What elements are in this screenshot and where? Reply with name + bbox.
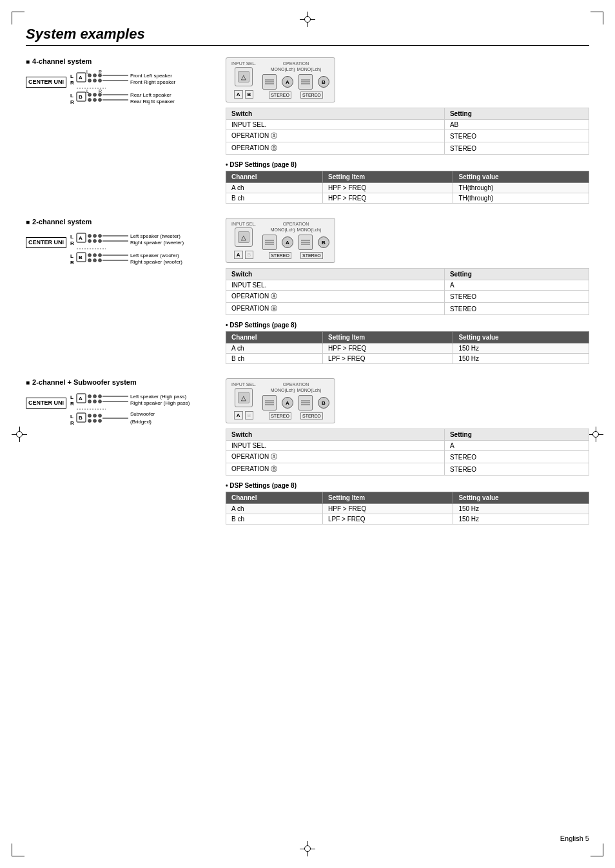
- table-cell: OPERATION Ⓑ: [226, 463, 445, 476]
- wiring-diagram-2ch: CENTER UNI L R A Left speaker (tweeter): [26, 231, 213, 295]
- table-cell: STEREO: [444, 451, 589, 463]
- svg-text:Rear Left speaker: Rear Left speaker: [130, 92, 171, 98]
- svg-text:R: R: [70, 401, 74, 407]
- svg-point-66: [88, 395, 92, 398]
- table-cell: 150 Hz: [453, 354, 589, 364]
- svg-point-4: [88, 74, 92, 77]
- svg-text:B: B: [79, 255, 83, 260]
- table-cell: STEREO: [444, 303, 589, 315]
- svg-point-54: [99, 254, 102, 257]
- svg-text:Left speaker (tweeter): Left speaker (tweeter): [130, 233, 181, 239]
- table-cell: 150 Hz: [453, 514, 589, 525]
- svg-text:R: R: [70, 420, 74, 426]
- table-cell: HPF > FREQ: [322, 343, 453, 354]
- settings-table-2ch: Switch Setting INPUT SEL.AOPERATION ⒶSTE…: [226, 268, 589, 315]
- left-col-2ch-sub: 2-channel + Subwoofer system CENTER UNI …: [26, 378, 213, 525]
- wiring-svg-2ch: L R A Left speaker (tweeter) Right speak…: [70, 231, 212, 295]
- svg-text:Left speaker (High pass): Left speaker (High pass): [130, 394, 186, 400]
- svg-text:R: R: [70, 260, 74, 265]
- svg-point-42: [99, 240, 102, 243]
- svg-text:B: B: [79, 415, 83, 421]
- table-cell: TH(through): [453, 183, 589, 193]
- svg-point-24: [99, 99, 102, 102]
- table-cell: LPF > FREQ: [322, 354, 453, 364]
- svg-point-56: [93, 259, 97, 262]
- right-col-2ch-sub: INPUT SEL. △ A B OPERATIO: [226, 378, 589, 525]
- svg-text:R: R: [99, 70, 102, 74]
- svg-text:Rear Right speaker: Rear Right speaker: [130, 99, 175, 104]
- table-cell: STEREO: [444, 463, 589, 476]
- svg-text:Right speaker (tweeter): Right speaker (tweeter): [130, 240, 184, 246]
- svg-text:L: L: [70, 93, 73, 99]
- corner-mark-bl: [12, 844, 24, 856]
- table-cell: B ch: [226, 514, 323, 525]
- svg-text:L: L: [86, 70, 89, 74]
- svg-point-55: [88, 259, 92, 262]
- svg-point-53: [93, 254, 97, 257]
- svg-point-38: [93, 235, 97, 238]
- svg-point-70: [93, 400, 97, 403]
- svg-text:A: A: [79, 75, 83, 81]
- svg-point-41: [93, 240, 97, 243]
- svg-point-67: [93, 395, 97, 398]
- svg-point-83: [99, 414, 102, 418]
- page-title: System examples: [26, 26, 589, 46]
- left-crosshair: [12, 427, 27, 442]
- table-cell: HPF > FREQ: [322, 183, 453, 193]
- table-cell: A ch: [226, 183, 323, 193]
- svg-point-40: [88, 240, 92, 243]
- right-col-4ch: INPUT SEL. △ A B: [226, 57, 589, 204]
- svg-text:B: B: [79, 94, 83, 100]
- center-unit-2ch-sub: CENTER UNI: [26, 398, 66, 409]
- table-cell: OPERATION Ⓑ: [226, 142, 445, 155]
- table-cell: TH(through): [453, 193, 589, 204]
- bottom-crosshair: [300, 841, 315, 856]
- table-cell: HPF > FREQ: [322, 193, 453, 204]
- svg-point-7: [88, 79, 92, 82]
- top-crosshair: [300, 12, 315, 27]
- center-unit-4ch: CENTER UNI: [26, 77, 66, 88]
- svg-text:Subwoofer: Subwoofer: [130, 411, 155, 417]
- svg-point-81: [88, 414, 92, 418]
- settings-table-2ch-sub: Switch Setting INPUT SEL.AOPERATION ⒶSTE…: [226, 429, 589, 476]
- table-cell: STEREO: [444, 291, 589, 303]
- svg-text:R: R: [70, 99, 74, 105]
- section-header-2ch-sub: 2-channel + Subwoofer system: [26, 378, 213, 386]
- svg-text:R: R: [70, 80, 74, 86]
- svg-point-8: [93, 79, 97, 82]
- svg-point-86: [99, 420, 102, 423]
- svg-text:Front Left speaker: Front Left speaker: [130, 73, 172, 79]
- svg-point-85: [93, 420, 97, 423]
- op-panel-4ch: INPUT SEL. △ A B: [226, 57, 335, 102]
- table-cell: A: [444, 441, 589, 451]
- table-cell: INPUT SEL.: [226, 120, 445, 130]
- svg-text:L: L: [70, 73, 73, 79]
- svg-point-23: [93, 99, 97, 102]
- dsp-label-2ch-sub: • DSP Settings (page 8): [226, 482, 589, 489]
- table-cell: 150 Hz: [453, 504, 589, 514]
- corner-mark-tr: [591, 12, 603, 24]
- table-cell: OPERATION Ⓐ: [226, 451, 445, 463]
- svg-point-82: [93, 414, 97, 418]
- svg-point-21: [99, 93, 102, 97]
- table-cell: OPERATION Ⓐ: [226, 291, 445, 303]
- svg-text:L: L: [70, 414, 73, 420]
- corner-mark-tl: [12, 12, 24, 24]
- section-header-2ch: 2-channel system: [26, 218, 213, 226]
- table-cell: STEREO: [444, 130, 589, 142]
- table-cell: A ch: [226, 504, 323, 514]
- svg-point-52: [88, 254, 92, 257]
- table-cell: B ch: [226, 193, 323, 204]
- left-col-2ch: 2-channel system CENTER UNI L R A: [26, 218, 213, 364]
- svg-text:Left speaker (woofer): Left speaker (woofer): [130, 253, 179, 258]
- center-unit-2ch: CENTER UNI: [26, 237, 66, 248]
- table-cell: B ch: [226, 354, 323, 364]
- table-cell: AB: [444, 120, 589, 130]
- dsp-label-4ch: • DSP Settings (page 8): [226, 161, 589, 168]
- right-col-2ch: INPUT SEL. △ A B OPERATIO: [226, 218, 589, 364]
- corner-mark-br: [591, 844, 603, 856]
- dsp-table-2ch: Channel Setting Item Setting value A chH…: [226, 331, 589, 364]
- table-cell: OPERATION Ⓑ: [226, 303, 445, 315]
- dsp-label-2ch: • DSP Settings (page 8): [226, 322, 589, 329]
- table-cell: A: [444, 280, 589, 291]
